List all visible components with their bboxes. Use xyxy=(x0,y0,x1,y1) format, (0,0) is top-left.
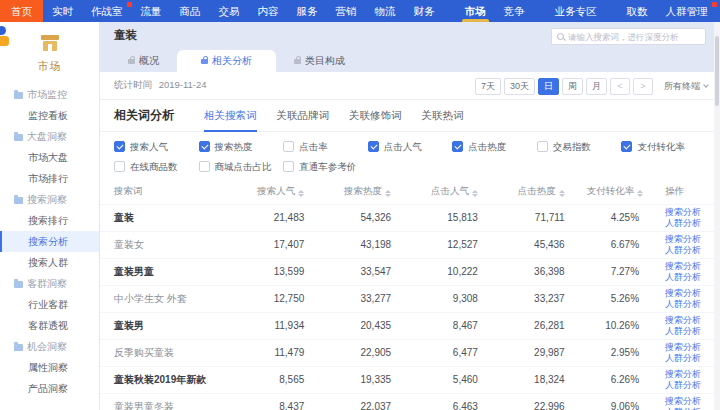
sidebar-group-搜索洞察[interactable]: 搜索洞察 xyxy=(0,189,99,210)
nav-item-实时[interactable]: 实时 xyxy=(43,0,82,22)
nav-item-营销[interactable]: 营销 xyxy=(327,0,366,22)
action-link-人群分析[interactable]: 人群分析 xyxy=(665,272,720,283)
action-link-搜索分析[interactable]: 搜索分析 xyxy=(665,342,720,353)
scrollbar[interactable] xyxy=(714,22,720,410)
nav-item-业务专区[interactable]: 业务专区 xyxy=(546,0,606,22)
next-period-button[interactable]: > xyxy=(633,78,653,95)
range-button-日[interactable]: 日 xyxy=(538,78,559,95)
filter-商城点击占比[interactable]: 商城点击占比 xyxy=(199,161,284,174)
sidebar-item-属性洞察[interactable]: 属性洞察 xyxy=(0,357,99,378)
tab-类目构成[interactable]: 类目构成 xyxy=(276,50,363,72)
checkbox-icon[interactable] xyxy=(199,141,210,152)
nav-item-市场[interactable]: 市场 xyxy=(456,0,495,22)
nav-item-作战室[interactable]: 作战室 xyxy=(82,0,132,22)
action-link-搜索分析[interactable]: 搜索分析 xyxy=(665,396,720,407)
action-link-搜索分析[interactable]: 搜索分析 xyxy=(665,261,720,272)
subtab-关联热词[interactable]: 关联热词 xyxy=(422,100,464,132)
nav-item-流量[interactable]: 流量 xyxy=(132,0,171,22)
column-header-点击热度[interactable]: 点击热度 xyxy=(500,180,587,204)
nav-item-财务[interactable]: 财务 xyxy=(405,0,444,22)
tab-相关分析[interactable]: 相关分析 xyxy=(177,50,276,72)
sidebar-group-机会洞察[interactable]: 机会洞察 xyxy=(0,336,99,357)
nav-item-学院[interactable]: 学院 xyxy=(717,0,720,22)
column-header-搜索人气[interactable]: 搜索人气 xyxy=(243,180,327,204)
column-header-点击人气[interactable]: 点击人气 xyxy=(413,180,500,204)
range-button-30天[interactable]: 30天 xyxy=(504,78,535,95)
sidebar-item-市场排行[interactable]: 市场排行 xyxy=(0,168,99,189)
sidebar-item-客群透视[interactable]: 客群透视 xyxy=(0,315,99,336)
range-button-月[interactable]: 月 xyxy=(586,78,607,95)
checkbox-icon[interactable] xyxy=(114,161,125,172)
filter-搜索人气[interactable]: 搜索人气 xyxy=(114,141,199,154)
action-link-人群分析[interactable]: 人群分析 xyxy=(665,299,720,310)
filter-支付转化率[interactable]: 支付转化率 xyxy=(621,141,706,154)
action-link-搜索分析[interactable]: 搜索分析 xyxy=(665,234,720,245)
action-link-搜索分析[interactable]: 搜索分析 xyxy=(665,315,720,326)
table-row: 童装女17,40743,19812,52745,4366.67%搜索分析人群分析 xyxy=(100,231,720,258)
filter-点击热度[interactable]: 点击热度 xyxy=(452,141,537,154)
terminal-dropdown[interactable]: 所有终端 xyxy=(664,80,708,93)
nav-item-内容[interactable]: 内容 xyxy=(249,0,288,22)
sidebar-item-行业客群[interactable]: 行业客群 xyxy=(0,294,99,315)
subtab-关联修饰词[interactable]: 关联修饰词 xyxy=(349,100,402,132)
folder-icon xyxy=(14,281,23,288)
sidebar-item-监控看板[interactable]: 监控看板 xyxy=(0,105,99,126)
checkbox-icon[interactable] xyxy=(283,161,294,172)
chevron-down-icon xyxy=(703,82,709,88)
checkbox-icon[interactable] xyxy=(199,161,210,172)
filter-搜索热度[interactable]: 搜索热度 xyxy=(199,141,284,154)
nav-item-取数[interactable]: 取数 xyxy=(618,0,657,22)
action-link-搜索分析[interactable]: 搜索分析 xyxy=(665,369,720,380)
range-button-周[interactable]: 周 xyxy=(562,78,583,95)
column-header-操作: 操作 xyxy=(661,180,720,204)
action-link-人群分析[interactable]: 人群分析 xyxy=(665,245,720,256)
range-button-7天[interactable]: 7天 xyxy=(475,78,501,95)
sidebar-item-产品洞察[interactable]: 产品洞察 xyxy=(0,378,99,399)
filter-在线商品数[interactable]: 在线商品数 xyxy=(114,161,199,174)
action-link-搜索分析[interactable]: 搜索分析 xyxy=(665,288,720,299)
column-header-label: 操作 xyxy=(665,185,684,196)
subtab-相关搜索词[interactable]: 相关搜索词 xyxy=(204,100,257,132)
prev-period-button[interactable]: < xyxy=(610,78,630,95)
action-link-人群分析[interactable]: 人群分析 xyxy=(665,218,720,229)
nav-item-物流[interactable]: 物流 xyxy=(366,0,405,22)
nav-item-首页[interactable]: 首页 xyxy=(0,0,43,22)
nav-item-竞争[interactable]: 竞争 xyxy=(495,0,534,22)
tab-概况[interactable]: 概况 xyxy=(110,50,177,72)
subtab-关联品牌词[interactable]: 关联品牌词 xyxy=(277,100,330,132)
top-nav: 首页实时作战室流量商品交易内容服务营销物流财务市场竞争业务专区取数人群管理学院 xyxy=(0,0,720,22)
sidebar-item-搜索排行[interactable]: 搜索排行 xyxy=(0,210,99,231)
filter-交易指数[interactable]: 交易指数 xyxy=(537,141,622,154)
action-link-人群分析[interactable]: 人群分析 xyxy=(665,380,720,391)
sidebar-item-搜索人群[interactable]: 搜索人群 xyxy=(0,252,99,273)
sidebar-item-市场大盘[interactable]: 市场大盘 xyxy=(0,147,99,168)
nav-item-人群管理[interactable]: 人群管理 xyxy=(657,0,717,22)
search-box[interactable] xyxy=(551,28,706,45)
sidebar-group-大盘洞察[interactable]: 大盘洞察 xyxy=(0,126,99,147)
filter-label: 直通车参考价 xyxy=(299,161,356,172)
action-link-人群分析[interactable]: 人群分析 xyxy=(665,326,720,337)
sidebar-group-市场监控[interactable]: 市场监控 xyxy=(0,84,99,105)
checkbox-icon[interactable] xyxy=(368,141,379,152)
checkbox-icon[interactable] xyxy=(621,141,632,152)
action-link-搜索分析[interactable]: 搜索分析 xyxy=(665,207,720,218)
nav-item-商品[interactable]: 商品 xyxy=(171,0,210,22)
action-link-人群分析[interactable]: 人群分析 xyxy=(665,353,720,364)
sidebar-group-客群洞察[interactable]: 客群洞察 xyxy=(0,273,99,294)
filter-直通车参考价[interactable]: 直通车参考价 xyxy=(283,161,368,174)
checkbox-icon[interactable] xyxy=(452,141,463,152)
checkbox-icon[interactable] xyxy=(537,141,548,152)
checkbox-icon[interactable] xyxy=(114,141,125,152)
checkbox-icon[interactable] xyxy=(283,141,294,152)
filter-点击率[interactable]: 点击率 xyxy=(283,141,368,154)
scrollbar-thumb[interactable] xyxy=(715,36,719,106)
column-header-搜索热度[interactable]: 搜索热度 xyxy=(326,180,413,204)
sidebar-item-搜索分析[interactable]: 搜索分析 xyxy=(0,231,99,252)
content-card: 统计时间 2019-11-24 7天30天日周月 < > 所有终端 相关词分析 … xyxy=(100,72,720,410)
table-row: 童装秋装2019年新款8,56519,3355,46018,3246.26%搜索… xyxy=(100,366,720,393)
nav-item-服务[interactable]: 服务 xyxy=(288,0,327,22)
column-header-支付转化率[interactable]: 支付转化率 xyxy=(587,180,661,204)
nav-item-交易[interactable]: 交易 xyxy=(210,0,249,22)
filter-点击人气[interactable]: 点击人气 xyxy=(368,141,453,154)
search-input[interactable] xyxy=(568,32,700,42)
